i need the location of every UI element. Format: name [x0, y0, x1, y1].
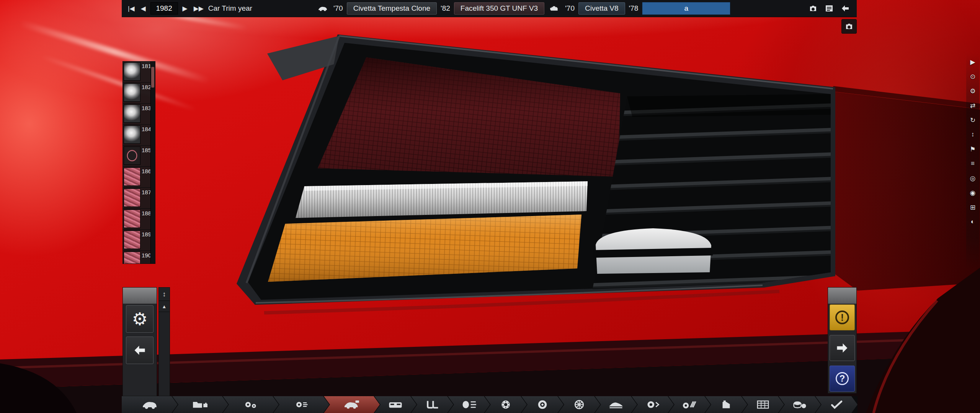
history-item-181[interactable]: 181	[123, 62, 150, 83]
history-item-188[interactable]: 188	[123, 209, 150, 230]
tab-suspension[interactable]	[668, 396, 710, 413]
brake-disc-icon	[497, 400, 514, 410]
year-first-button[interactable]: |◀	[126, 4, 136, 13]
year-next-button[interactable]: ▶▶	[192, 4, 205, 13]
history-list: 181182183184185186187188189190	[122, 61, 155, 264]
bottom-tab-bar	[122, 396, 858, 413]
history-item-185[interactable]: 185	[123, 146, 150, 167]
resize-handle[interactable]: ↕	[159, 288, 170, 301]
gears-icon	[242, 400, 259, 410]
settings-gear-icon: ⚙	[132, 310, 147, 328]
mode-label: Car Trim year	[208, 4, 252, 13]
trim-year-display[interactable]: 1982	[150, 2, 178, 15]
history-thumbnail	[124, 231, 140, 249]
tab-rims[interactable]	[558, 396, 600, 413]
settings-gear-button[interactable]: ⚙	[126, 305, 154, 333]
tab-engine-family[interactable]	[172, 396, 228, 413]
tab-body[interactable]	[374, 396, 416, 413]
mirror-icon[interactable]: ◐	[967, 216, 978, 227]
camera-icon[interactable]	[806, 2, 820, 15]
help-button[interactable]: ?	[830, 366, 855, 392]
history-year-label: 190	[142, 252, 150, 259]
model-start-year: '70	[333, 4, 343, 13]
tab-detail-stats[interactable]	[742, 396, 784, 413]
history-thumbnail	[124, 252, 140, 263]
snapshot-camera-button[interactable]	[841, 19, 857, 34]
tab-wheels[interactable]	[521, 396, 564, 413]
history-item-184[interactable]: 184	[123, 125, 150, 146]
engine-family-button[interactable]: Civetta V8	[578, 2, 625, 15]
flag-icon[interactable]: ⚑	[967, 144, 978, 154]
history-year-label: 183	[142, 104, 150, 111]
history-item-186[interactable]: 186	[123, 167, 150, 188]
interior-icon	[424, 400, 441, 410]
tab-engine-internals[interactable]	[223, 396, 279, 413]
list-icon[interactable]: ≡	[967, 158, 978, 169]
camera-icon[interactable]: ⊙	[967, 71, 978, 82]
history-thumbnail	[124, 189, 140, 207]
compare-icon[interactable]: ⇄	[967, 100, 978, 111]
engine-icon	[547, 2, 561, 15]
tools-icon[interactable]: ⚙	[967, 86, 978, 96]
warnings-button[interactable]: !	[830, 304, 855, 330]
car-fixture-icon	[343, 400, 360, 410]
history-year-label: 181	[142, 62, 150, 69]
history-thumbnail	[124, 167, 140, 186]
scrollbar-handle[interactable]	[151, 67, 154, 88]
history-year-label: 189	[142, 231, 150, 237]
tab-trim[interactable]	[122, 396, 178, 413]
tab-aero[interactable]	[595, 396, 637, 413]
check-icon	[828, 400, 845, 410]
tab-wheel-fitment[interactable]	[632, 396, 674, 413]
history-year-label: 185	[142, 146, 150, 153]
engine-folder-icon	[192, 400, 209, 410]
headlight-icon	[461, 400, 477, 410]
history-thumbnail	[124, 146, 140, 165]
tab-price[interactable]	[779, 396, 821, 413]
history-item-182[interactable]: 182	[123, 83, 150, 104]
car-rear-icon	[387, 400, 404, 410]
history-thumbnail	[124, 210, 140, 228]
trim-name-button[interactable]: Facelift 350 GT UNF V3	[454, 2, 544, 15]
engine-variant-input[interactable]	[642, 2, 730, 15]
tab-brakes[interactable]	[485, 396, 527, 413]
tab-interior[interactable]	[411, 396, 453, 413]
play-icon[interactable]: ▶	[967, 57, 978, 67]
history-thumbnail	[124, 62, 140, 81]
history-list-items: 181182183184185186187188189190	[123, 62, 150, 263]
scroll-up-button[interactable]: ▲	[159, 301, 170, 312]
top-toolbar: |◀ ◀ 1982 ▶ ▶▶ Car Trim year '70 Civetta…	[122, 0, 857, 17]
rotate-icon[interactable]: ↻	[967, 115, 978, 125]
model-name-button[interactable]: Civetta Tempesta Clone	[347, 2, 437, 15]
back-arrow-icon[interactable]	[838, 2, 852, 15]
history-item-190[interactable]: 190	[123, 251, 150, 263]
history-year-label: 186	[142, 167, 150, 174]
grid-icon[interactable]: ⊞	[967, 202, 978, 213]
tab-fixtures[interactable]	[324, 396, 380, 413]
tab-lights[interactable]	[448, 396, 490, 413]
trim-facelift-year: '82	[441, 4, 450, 13]
target-icon[interactable]: ◉	[967, 187, 978, 198]
forward-nav-button[interactable]	[830, 335, 855, 361]
history-item-183[interactable]: 183	[123, 104, 150, 125]
history-year-label: 188	[142, 210, 150, 216]
history-thumbnail	[124, 104, 140, 123]
history-year-label: 184	[142, 125, 150, 132]
measure-icon[interactable]: ↕	[967, 129, 978, 140]
tab-summary[interactable]	[815, 396, 858, 413]
warning-icon: !	[835, 311, 849, 324]
history-item-189[interactable]: 189	[123, 230, 150, 251]
tab-fluids[interactable]	[705, 396, 747, 413]
car-icon	[316, 2, 330, 15]
back-nav-button[interactable]	[126, 337, 154, 364]
tab-engine-topend[interactable]	[273, 396, 329, 413]
year-play-button[interactable]: ▶	[181, 4, 189, 13]
engine-variant-year: '78	[629, 4, 639, 13]
history-scrollbar[interactable]	[150, 62, 155, 263]
gallery-icon[interactable]	[822, 2, 836, 15]
wheel-icon[interactable]: ◎	[967, 173, 978, 184]
year-prev-button[interactable]: ◀	[139, 4, 147, 13]
help-icon: ?	[836, 372, 849, 385]
history-item-187[interactable]: 187	[123, 188, 150, 209]
wheel-arrows-icon	[644, 400, 661, 410]
